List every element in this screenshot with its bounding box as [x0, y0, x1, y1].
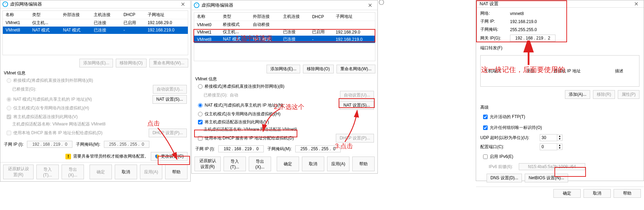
ipv6-check[interactable]	[483, 154, 488, 159]
col-dhcp[interactable]: DHCP	[121, 11, 145, 19]
import-button[interactable]: 导入(T)...	[224, 157, 246, 171]
help-button[interactable]: 帮助	[614, 189, 641, 198]
udp-timeout-input[interactable]	[540, 134, 557, 141]
use-dhcp-check[interactable]	[198, 136, 203, 140]
col-name[interactable]: 名称	[3, 11, 29, 19]
help-button[interactable]: 帮助	[352, 157, 375, 171]
anyorg-check[interactable]	[483, 125, 488, 130]
col-ext[interactable]: 外部连接	[60, 11, 91, 19]
gw-label: 网关 IP(G):	[480, 35, 507, 41]
sub-value: 192.168.219.0	[510, 19, 537, 24]
adapter-name-label: 主机虚拟适配器名称: VMware 网络适配器 VMnet8	[204, 126, 374, 132]
close-icon[interactable]	[178, 1, 188, 8]
window-title: 虚拟网络编辑器	[10, 1, 178, 7]
apply-button[interactable]: 应用(A)	[140, 165, 162, 179]
connect-adapter-check	[7, 115, 11, 119]
vnet-editor-window-2: 虚拟网络编辑器 名称 类型 外部连接 主机连接 DHCP 子网地址 VMnet0…	[191, 0, 378, 174]
bridge-radio[interactable]	[198, 84, 203, 89]
mask-value: 255.255.255.0	[510, 27, 537, 32]
col-subnet[interactable]: 子网地址	[333, 13, 375, 21]
close-icon[interactable]	[631, 0, 642, 7]
table-row[interactable]: VMnet0桥接模式自动桥接	[194, 21, 375, 29]
col-host[interactable]: 主机连接	[91, 11, 121, 19]
gateway-ip-input[interactable]	[510, 35, 555, 42]
subnet-ip-input[interactable]	[218, 145, 264, 152]
spin-down-icon[interactable]: ▼	[557, 138, 562, 140]
close-icon[interactable]	[365, 2, 375, 9]
apply-button[interactable]: 应用(A)	[327, 157, 349, 171]
remove-network-button[interactable]: 移除网络(O)	[116, 59, 146, 67]
use-dhcp-check	[7, 131, 11, 135]
table-row[interactable]: VMnet1仅主机...已连接已启用192.168.29.0	[194, 28, 375, 36]
nat-settings-button[interactable]: NAT 设置(S)...	[340, 101, 374, 110]
nat-settings-button[interactable]: NAT 设置(S)...	[153, 95, 187, 104]
col-host[interactable]: 主机连接	[280, 13, 309, 21]
cfgport-label: 配置端口(C):	[480, 144, 536, 150]
net-label: 网络:	[480, 10, 507, 16]
ok-button[interactable]: 确定	[90, 165, 112, 179]
remove-network-button[interactable]: 移除网络(O)	[303, 65, 333, 73]
col-type[interactable]: 类型	[29, 11, 60, 19]
port-forward-table[interactable]: 主机端口 类型 虚拟机 IP 地址 描述	[480, 55, 639, 87]
app-icon	[2, 1, 8, 7]
vmnet-info-label: VMnet 信息	[4, 70, 187, 76]
config-port-input[interactable]	[540, 143, 557, 150]
col-type[interactable]: 类型	[220, 13, 250, 21]
ok-button[interactable]: 确定	[553, 189, 581, 198]
ipv6pre-label: IPv6 前缀(6):	[480, 164, 515, 170]
nat-radio	[7, 97, 11, 102]
cancel-button[interactable]: 取消	[302, 157, 324, 171]
change-settings-button[interactable]: 更改设置(C)	[151, 152, 187, 161]
help-button[interactable]: 帮助	[165, 165, 187, 179]
hostonly-radio[interactable]	[198, 112, 203, 116]
col-ext[interactable]: 外部连接	[250, 13, 280, 21]
add-network-button[interactable]: 添加网络(E)...	[79, 59, 113, 67]
auto-bridge-button: 自动设置(U)...	[153, 85, 187, 94]
netbios-settings-button[interactable]: NetBIOS 设置(N)...	[525, 174, 568, 182]
pf-remove-button[interactable]: 移除(R)	[593, 90, 615, 99]
pf-prop-button[interactable]: 属性(P)	[618, 90, 639, 99]
titlebar[interactable]: 虚拟网络编辑器	[0, 0, 190, 8]
advanced-label: 高级	[480, 104, 639, 110]
dhcp-settings-button: DHCP 设置(P)...	[336, 134, 374, 143]
ftp-check[interactable]	[483, 115, 488, 119]
dns-settings-button[interactable]: DNS 设置(D)...	[487, 174, 522, 182]
col-name[interactable]: 名称	[194, 13, 220, 21]
network-table[interactable]: 名称 类型 外部连接 主机连接 DHCP 子网地址 VMnet1仅主机...已连…	[2, 10, 188, 55]
col-subnet[interactable]: 子网地址	[145, 11, 188, 19]
subnet-mask-input[interactable]	[295, 145, 341, 152]
restore-defaults-button[interactable]: 还原默认设置(R)	[194, 157, 221, 171]
table-row[interactable]: VMnet1仅主机...已连接已启用192.168.29.0	[3, 19, 188, 27]
cancel-button[interactable]: 取消	[115, 165, 137, 179]
window-title: 虚拟网络编辑器	[201, 2, 365, 8]
pf-add-button[interactable]: 添加(A)...	[565, 90, 590, 99]
export-button[interactable]: 导出(X)...	[249, 157, 271, 171]
network-table[interactable]: 名称 类型 外部连接 主机连接 DHCP 子网地址 VMnet0桥接模式自动桥接…	[194, 12, 375, 61]
warning-icon: !	[65, 154, 71, 159]
spin-down-icon[interactable]: ▼	[557, 147, 562, 150]
bridge-radio	[7, 78, 11, 83]
table-row[interactable]: VMnet8NAT 模式NAT 模式已连接-192.168.219.0	[3, 27, 188, 34]
export-button[interactable]: 导出(X)...	[62, 165, 84, 179]
cancel-button[interactable]: 取消	[583, 189, 611, 198]
subnet-ip-input	[27, 141, 72, 148]
titlebar[interactable]: NAT 设置	[476, 0, 644, 8]
app-icon	[194, 2, 199, 8]
add-network-button[interactable]: 添加网络(E)...	[267, 65, 300, 73]
titlebar[interactable]: 虚拟网络编辑器	[192, 0, 377, 10]
port-forward-label: 端口转发(F)	[480, 45, 639, 51]
ok-button[interactable]: 确定	[277, 157, 299, 171]
col-dhcp[interactable]: DHCP	[309, 13, 333, 21]
connect-adapter-check[interactable]	[198, 120, 203, 124]
rename-network-button[interactable]: 重命名网络(W)...	[149, 59, 188, 67]
window-title: NAT 设置	[480, 1, 631, 7]
import-button[interactable]: 导入(T)...	[36, 165, 59, 179]
shield-icon	[155, 154, 160, 159]
mask-label: 子网掩码:	[480, 27, 507, 32]
table-row[interactable]: VMnet8NAT 模式NAT 模式已连接-192.168.219.0	[194, 36, 375, 43]
restore-defaults-button[interactable]: 还原默认设置(R)	[3, 165, 34, 179]
rename-network-button[interactable]: 重命名网络(W)...	[337, 65, 375, 73]
subnet-ip-label: 子网 IP (I):	[4, 142, 23, 147]
nat-radio[interactable]	[198, 103, 203, 108]
subnet-mask-label: 子网掩码(M):	[76, 142, 100, 147]
